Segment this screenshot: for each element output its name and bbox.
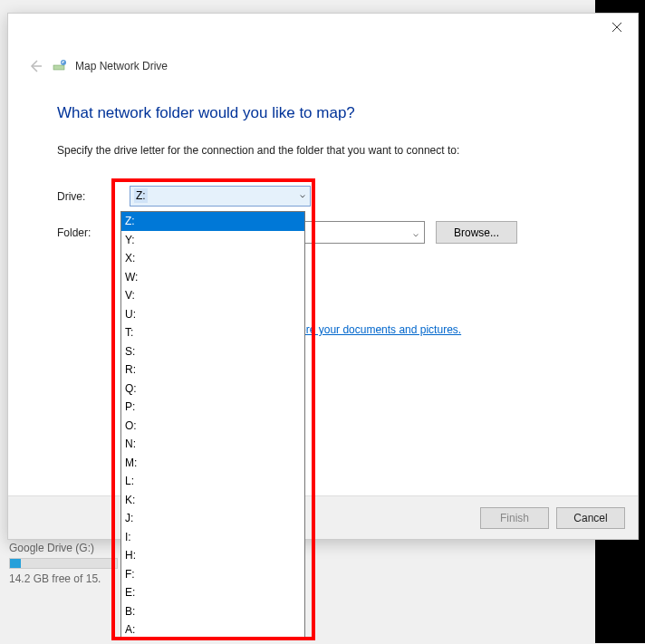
map-network-drive-dialog: Map Network Drive What network folder wo… [7,13,639,540]
back-arrow-icon [28,59,43,73]
drive-option[interactable]: A: [121,620,304,639]
drive-option[interactable]: J: [121,509,304,528]
drive-option[interactable]: M: [121,454,304,473]
drive-option[interactable]: H: [121,546,304,565]
drive-option[interactable]: I: [121,528,304,547]
drive-dropdown-list[interactable]: Z:Y:X:W:V:U:T:S:R:Q:P:O:N:M:L:K:J:I:H:F:… [120,211,305,640]
drive-option[interactable]: U: [121,305,304,324]
folder-label: Folder: [57,226,130,239]
drive-option[interactable]: O: [121,417,304,436]
drive-option[interactable]: W: [121,268,304,287]
drive-option[interactable]: T: [121,323,304,342]
drive-option[interactable]: F: [121,565,304,584]
drive-option[interactable]: Y: [121,231,304,250]
drive-option[interactable]: K: [121,491,304,510]
bg-storage-bar [9,558,118,569]
wizard-content: What network folder would you like to ma… [8,86,638,336]
wizard-footer: Finish Cancel [8,495,638,539]
close-icon [611,22,622,33]
titlebar [8,14,638,50]
chevron-down-icon: ⌵ [413,227,419,237]
cancel-button[interactable]: Cancel [556,507,625,529]
drive-option[interactable]: N: [121,435,304,454]
wizard-instruction: Specify the drive letter for the connect… [57,144,594,157]
drive-option[interactable]: E: [121,583,304,602]
drive-option[interactable]: L: [121,472,304,491]
drive-option[interactable]: Z: [121,212,304,231]
drive-option[interactable]: V: [121,286,304,305]
drive-option[interactable]: X: [121,249,304,268]
drive-option[interactable]: B: [121,602,304,621]
wizard-heading: What network folder would you like to ma… [57,104,594,122]
drive-option[interactable]: P: [121,398,304,417]
chevron-down-icon: ⌵ [300,189,305,199]
wizard-title: Map Network Drive [75,60,168,72]
drive-option[interactable]: R: [121,360,304,380]
browse-button[interactable]: Browse... [436,221,517,244]
drive-option[interactable]: Q: [121,380,304,399]
drive-row: Drive: Z: ⌵ [57,186,594,207]
drive-select-value: Z: [134,188,148,203]
svg-rect-0 [53,65,64,70]
back-button[interactable] [26,57,44,75]
drive-option[interactable]: S: [121,342,304,361]
drive-select[interactable]: Z: ⌵ [130,186,311,207]
finish-button[interactable]: Finish [480,507,549,529]
drive-label: Drive: [57,190,130,203]
bg-storage-bar-fill [10,559,21,568]
close-button[interactable] [596,14,638,41]
network-drive-icon [52,58,68,74]
wizard-header: Map Network Drive [8,50,638,86]
